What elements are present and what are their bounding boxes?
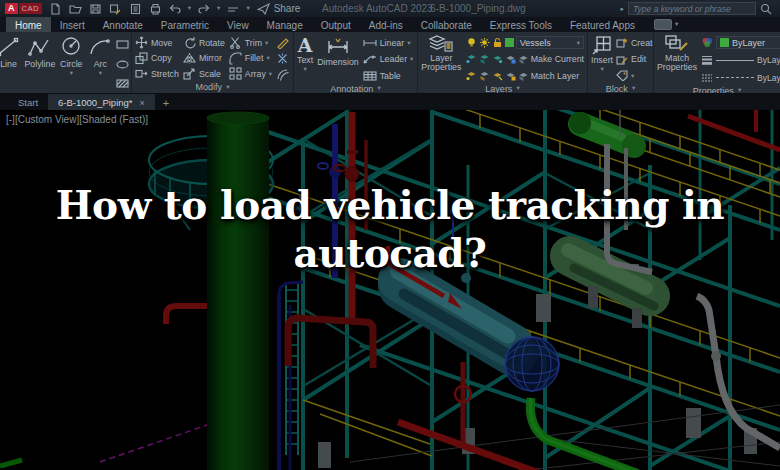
tab-output[interactable]: Output [312, 17, 360, 32]
color-dropdown[interactable]: ByLayer ▾ [716, 36, 780, 49]
sheet-set-icon[interactable] [129, 3, 142, 15]
fillet-caret-icon[interactable]: ▾ [266, 55, 269, 62]
logo-cad: CAD [19, 3, 42, 14]
tab-insert[interactable]: Insert [51, 17, 94, 32]
layer-tool-icon [479, 71, 490, 81]
tab-featured-apps[interactable]: Featured Apps [561, 17, 644, 32]
share-button[interactable]: Share [257, 3, 301, 15]
arc-tool[interactable]: Arc ▾ [87, 35, 113, 77]
redo-caret-icon[interactable]: ▾ [217, 5, 220, 12]
object-color-row[interactable]: ByLayer ▾ [701, 35, 780, 51]
edit-block-tool[interactable]: Edit [616, 52, 654, 68]
text-caret-icon[interactable]: ▾ [303, 66, 306, 73]
search-input[interactable] [628, 2, 756, 15]
panel-draw: Line Polyline Circle ▾ Arc ▾ ▾ [0, 32, 132, 93]
create-block-tool[interactable]: Create [616, 35, 654, 51]
move-tool[interactable]: Move [135, 35, 179, 51]
table-tool[interactable]: Table [363, 68, 414, 84]
start-tab[interactable]: Start [8, 94, 48, 111]
print-icon[interactable] [149, 3, 162, 15]
autocad-logo[interactable]: A CAD [5, 3, 42, 14]
offset-tool-icon[interactable] [276, 68, 289, 81]
line-tool[interactable]: Line [0, 35, 21, 69]
new-drawing-tab-button[interactable]: + [155, 94, 177, 111]
dimension-tool[interactable]: Dimension [317, 35, 359, 67]
hatch-tool[interactable]: ▾ [116, 76, 132, 92]
headline-line-2: autocad? [0, 229, 780, 277]
linetype-preview [716, 77, 754, 78]
circle-flyout-caret-icon[interactable]: ▾ [70, 70, 73, 77]
tab-view[interactable]: View [218, 17, 258, 32]
copy-tool[interactable]: Copy [135, 51, 179, 67]
view-control[interactable]: [Custom View] [15, 114, 79, 125]
panel-label-draw[interactable]: Draw▾ [0, 92, 131, 94]
layer-properties-tool[interactable]: Layer Properties [421, 35, 462, 72]
search-icon[interactable] [760, 3, 772, 15]
layer-on-bulb-icon[interactable] [466, 37, 477, 48]
attribute-caret-icon: ▾ [631, 73, 634, 80]
tab-manage[interactable]: Manage [258, 17, 312, 32]
scale-tool[interactable]: Scale [183, 66, 225, 82]
leader-caret-icon[interactable]: ▾ [410, 56, 413, 63]
linetype-row[interactable]: ByLayer [701, 70, 780, 86]
redo-icon[interactable] [198, 3, 210, 14]
polyline-tool[interactable]: Polyline [24, 35, 55, 69]
layer-dropdown[interactable]: Vessels ▾ [516, 36, 584, 49]
layer-thaw-sun-icon[interactable] [479, 37, 490, 48]
match-layer-row[interactable]: Match Layer [466, 68, 584, 84]
stretch-tool[interactable]: Stretch [135, 66, 179, 82]
text-tool[interactable]: A Text ▾ [297, 35, 313, 73]
insert-block-tool[interactable]: Insert ▾ [591, 35, 613, 73]
panel-label-modify[interactable]: Modify▾ [132, 82, 293, 94]
attribute-tool[interactable]: ▾ [616, 68, 654, 84]
save-as-icon[interactable] [109, 3, 122, 15]
fillet-tool[interactable]: Fillet▾ [229, 51, 272, 67]
mirror-tool[interactable]: Mirror [183, 51, 225, 67]
layer-unlock-icon[interactable] [492, 37, 503, 48]
tab-annotate[interactable]: Annotate [94, 17, 152, 32]
ellipse-tool[interactable]: ▾ [116, 57, 132, 73]
save-icon[interactable] [89, 3, 102, 15]
layer-color-swatch[interactable] [505, 38, 514, 47]
customize-icon[interactable] [227, 4, 239, 14]
array-icon [229, 67, 242, 80]
search-chevron-icon[interactable]: ▸ [620, 5, 624, 13]
undo-icon[interactable] [169, 3, 181, 14]
tab-add-ins[interactable]: Add-ins [360, 17, 412, 32]
drawing-viewport[interactable]: [-] [Custom View] [Shaded (Fast)] [0, 110, 780, 470]
drawing-tab[interactable]: 6-B-1000_Piping* × [48, 94, 155, 111]
make-current-row[interactable]: Make Current [466, 52, 584, 68]
viewport-menu-control[interactable]: [-] [6, 114, 15, 125]
insert-caret-icon[interactable]: ▾ [600, 66, 603, 73]
tab-home[interactable]: Home [6, 17, 51, 32]
trim-caret-icon[interactable]: ▾ [265, 40, 268, 47]
explode-tool-icon[interactable] [276, 52, 289, 65]
panel-label-properties[interactable]: Properties▾ [654, 86, 780, 94]
tab-express-tools[interactable]: Express Tools [481, 17, 561, 32]
tab-parametric[interactable]: Parametric [152, 17, 218, 32]
undo-caret-icon[interactable]: ▾ [188, 5, 191, 12]
circle-tool[interactable]: Circle ▾ [58, 35, 84, 77]
panel-label-layers[interactable]: Layers▾ [418, 84, 587, 94]
new-file-icon[interactable] [49, 3, 62, 15]
tab-collaborate[interactable]: Collaborate [412, 17, 481, 32]
arc-flyout-caret-icon[interactable]: ▾ [99, 70, 102, 77]
customize-caret-icon[interactable]: ▾ [246, 5, 249, 12]
close-tab-icon[interactable]: × [140, 98, 145, 108]
open-file-icon[interactable] [69, 3, 82, 15]
linear-tool[interactable]: Linear▾ [363, 35, 414, 51]
visual-style-control[interactable]: [Shaded (Fast)] [79, 114, 148, 125]
array-caret-icon[interactable]: ▾ [269, 71, 272, 78]
leader-tool[interactable]: Leader▾ [363, 52, 414, 68]
panel-label-annotation[interactable]: Annotation▾ [294, 84, 417, 94]
rotate-tool[interactable]: Rotate [183, 35, 225, 51]
rectangle-tool[interactable]: ▾ [116, 37, 132, 53]
erase-tool-icon[interactable] [276, 36, 289, 49]
ribbon-display-options[interactable]: ▾ [654, 17, 678, 32]
lineweight-row[interactable]: ByLayer [701, 53, 780, 69]
panel-label-block[interactable]: Block▾ [588, 84, 653, 94]
array-tool[interactable]: Array▾ [229, 66, 272, 82]
linear-caret-icon[interactable]: ▾ [407, 40, 410, 47]
match-properties-tool[interactable]: Match Properties [657, 35, 697, 72]
trim-tool[interactable]: Trim▾ [229, 35, 272, 51]
